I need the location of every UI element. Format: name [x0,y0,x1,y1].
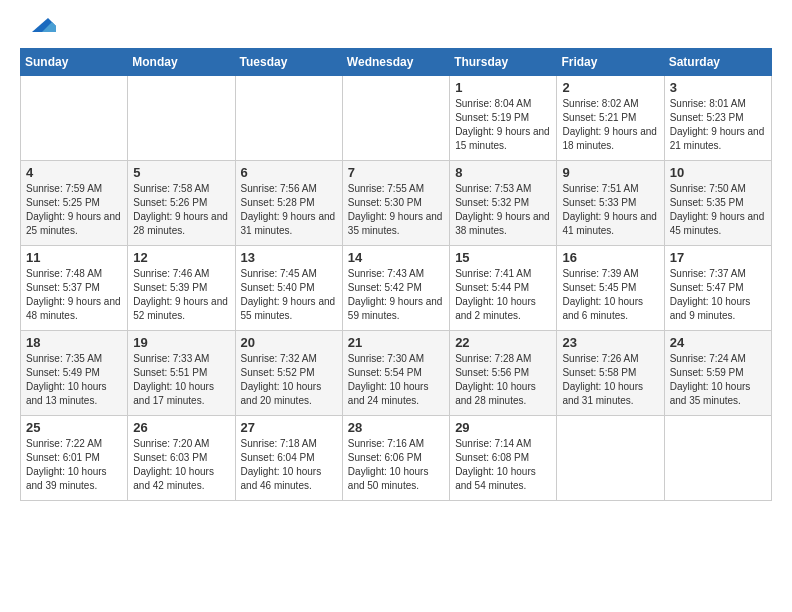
day-info: Sunrise: 7:58 AM Sunset: 5:26 PM Dayligh… [133,182,229,238]
day-number: 22 [455,335,551,350]
calendar-body: 1Sunrise: 8:04 AM Sunset: 5:19 PM Daylig… [21,76,772,501]
calendar-cell: 23Sunrise: 7:26 AM Sunset: 5:58 PM Dayli… [557,331,664,416]
calendar-cell: 20Sunrise: 7:32 AM Sunset: 5:52 PM Dayli… [235,331,342,416]
day-info: Sunrise: 7:56 AM Sunset: 5:28 PM Dayligh… [241,182,337,238]
day-number: 16 [562,250,658,265]
calendar-cell [21,76,128,161]
calendar-cell: 4Sunrise: 7:59 AM Sunset: 5:25 PM Daylig… [21,161,128,246]
calendar-cell: 17Sunrise: 7:37 AM Sunset: 5:47 PM Dayli… [664,246,771,331]
day-info: Sunrise: 7:48 AM Sunset: 5:37 PM Dayligh… [26,267,122,323]
day-info: Sunrise: 7:50 AM Sunset: 5:35 PM Dayligh… [670,182,766,238]
calendar-cell: 15Sunrise: 7:41 AM Sunset: 5:44 PM Dayli… [450,246,557,331]
day-info: Sunrise: 7:39 AM Sunset: 5:45 PM Dayligh… [562,267,658,323]
day-number: 5 [133,165,229,180]
day-number: 10 [670,165,766,180]
day-number: 8 [455,165,551,180]
day-info: Sunrise: 7:43 AM Sunset: 5:42 PM Dayligh… [348,267,444,323]
header-day-friday: Friday [557,49,664,76]
day-number: 21 [348,335,444,350]
week-row-1: 1Sunrise: 8:04 AM Sunset: 5:19 PM Daylig… [21,76,772,161]
calendar-cell: 24Sunrise: 7:24 AM Sunset: 5:59 PM Dayli… [664,331,771,416]
calendar-cell: 1Sunrise: 8:04 AM Sunset: 5:19 PM Daylig… [450,76,557,161]
logo [20,16,56,38]
header-day-saturday: Saturday [664,49,771,76]
day-number: 6 [241,165,337,180]
calendar-cell: 9Sunrise: 7:51 AM Sunset: 5:33 PM Daylig… [557,161,664,246]
day-info: Sunrise: 7:24 AM Sunset: 5:59 PM Dayligh… [670,352,766,408]
day-number: 4 [26,165,122,180]
day-number: 18 [26,335,122,350]
calendar-cell [128,76,235,161]
day-number: 9 [562,165,658,180]
header-day-sunday: Sunday [21,49,128,76]
day-info: Sunrise: 7:32 AM Sunset: 5:52 PM Dayligh… [241,352,337,408]
day-info: Sunrise: 7:30 AM Sunset: 5:54 PM Dayligh… [348,352,444,408]
calendar-cell: 14Sunrise: 7:43 AM Sunset: 5:42 PM Dayli… [342,246,449,331]
day-info: Sunrise: 8:01 AM Sunset: 5:23 PM Dayligh… [670,97,766,153]
calendar-cell: 2Sunrise: 8:02 AM Sunset: 5:21 PM Daylig… [557,76,664,161]
calendar-cell: 13Sunrise: 7:45 AM Sunset: 5:40 PM Dayli… [235,246,342,331]
calendar-cell: 16Sunrise: 7:39 AM Sunset: 5:45 PM Dayli… [557,246,664,331]
day-info: Sunrise: 7:45 AM Sunset: 5:40 PM Dayligh… [241,267,337,323]
day-number: 17 [670,250,766,265]
day-info: Sunrise: 7:53 AM Sunset: 5:32 PM Dayligh… [455,182,551,238]
header-day-thursday: Thursday [450,49,557,76]
week-row-5: 25Sunrise: 7:22 AM Sunset: 6:01 PM Dayli… [21,416,772,501]
day-number: 24 [670,335,766,350]
calendar-cell: 21Sunrise: 7:30 AM Sunset: 5:54 PM Dayli… [342,331,449,416]
day-info: Sunrise: 7:55 AM Sunset: 5:30 PM Dayligh… [348,182,444,238]
header-day-wednesday: Wednesday [342,49,449,76]
day-info: Sunrise: 8:02 AM Sunset: 5:21 PM Dayligh… [562,97,658,153]
header-day-tuesday: Tuesday [235,49,342,76]
calendar-cell: 19Sunrise: 7:33 AM Sunset: 5:51 PM Dayli… [128,331,235,416]
day-info: Sunrise: 7:51 AM Sunset: 5:33 PM Dayligh… [562,182,658,238]
day-info: Sunrise: 7:14 AM Sunset: 6:08 PM Dayligh… [455,437,551,493]
calendar-cell: 11Sunrise: 7:48 AM Sunset: 5:37 PM Dayli… [21,246,128,331]
week-row-4: 18Sunrise: 7:35 AM Sunset: 5:49 PM Dayli… [21,331,772,416]
day-info: Sunrise: 7:35 AM Sunset: 5:49 PM Dayligh… [26,352,122,408]
day-info: Sunrise: 7:26 AM Sunset: 5:58 PM Dayligh… [562,352,658,408]
day-info: Sunrise: 7:59 AM Sunset: 5:25 PM Dayligh… [26,182,122,238]
calendar-cell: 27Sunrise: 7:18 AM Sunset: 6:04 PM Dayli… [235,416,342,501]
day-info: Sunrise: 7:46 AM Sunset: 5:39 PM Dayligh… [133,267,229,323]
day-number: 20 [241,335,337,350]
day-number: 2 [562,80,658,95]
day-number: 23 [562,335,658,350]
week-row-2: 4Sunrise: 7:59 AM Sunset: 5:25 PM Daylig… [21,161,772,246]
day-number: 25 [26,420,122,435]
day-number: 27 [241,420,337,435]
day-info: Sunrise: 7:37 AM Sunset: 5:47 PM Dayligh… [670,267,766,323]
page-header [20,16,772,38]
day-info: Sunrise: 7:22 AM Sunset: 6:01 PM Dayligh… [26,437,122,493]
day-number: 14 [348,250,444,265]
day-number: 19 [133,335,229,350]
day-info: Sunrise: 7:18 AM Sunset: 6:04 PM Dayligh… [241,437,337,493]
calendar-cell: 26Sunrise: 7:20 AM Sunset: 6:03 PM Dayli… [128,416,235,501]
day-info: Sunrise: 7:28 AM Sunset: 5:56 PM Dayligh… [455,352,551,408]
day-number: 15 [455,250,551,265]
day-number: 28 [348,420,444,435]
day-number: 13 [241,250,337,265]
day-number: 12 [133,250,229,265]
header-row: SundayMondayTuesdayWednesdayThursdayFrid… [21,49,772,76]
calendar-cell: 8Sunrise: 7:53 AM Sunset: 5:32 PM Daylig… [450,161,557,246]
week-row-3: 11Sunrise: 7:48 AM Sunset: 5:37 PM Dayli… [21,246,772,331]
day-number: 7 [348,165,444,180]
calendar-cell [342,76,449,161]
calendar-cell: 18Sunrise: 7:35 AM Sunset: 5:49 PM Dayli… [21,331,128,416]
calendar-cell: 10Sunrise: 7:50 AM Sunset: 5:35 PM Dayli… [664,161,771,246]
calendar-cell [664,416,771,501]
logo-icon [24,4,56,36]
calendar-cell: 3Sunrise: 8:01 AM Sunset: 5:23 PM Daylig… [664,76,771,161]
calendar-cell: 29Sunrise: 7:14 AM Sunset: 6:08 PM Dayli… [450,416,557,501]
calendar-cell: 5Sunrise: 7:58 AM Sunset: 5:26 PM Daylig… [128,161,235,246]
day-number: 11 [26,250,122,265]
day-info: Sunrise: 7:41 AM Sunset: 5:44 PM Dayligh… [455,267,551,323]
calendar-table: SundayMondayTuesdayWednesdayThursdayFrid… [20,48,772,501]
day-number: 1 [455,80,551,95]
day-info: Sunrise: 8:04 AM Sunset: 5:19 PM Dayligh… [455,97,551,153]
day-number: 3 [670,80,766,95]
header-day-monday: Monday [128,49,235,76]
calendar-cell: 28Sunrise: 7:16 AM Sunset: 6:06 PM Dayli… [342,416,449,501]
day-number: 26 [133,420,229,435]
